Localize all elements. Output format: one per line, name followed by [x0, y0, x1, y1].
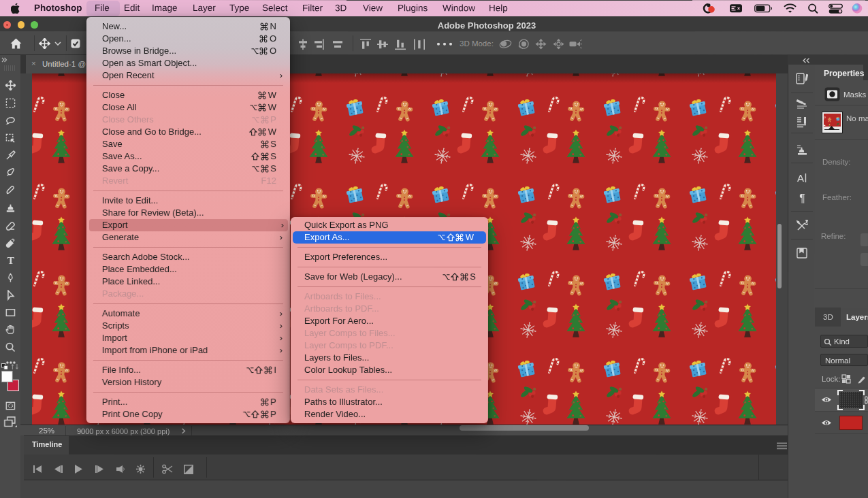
svg-text:A: A — [797, 172, 804, 184]
svg-text:¶: ¶ — [799, 193, 805, 204]
svg-text:T: T — [7, 255, 15, 265]
